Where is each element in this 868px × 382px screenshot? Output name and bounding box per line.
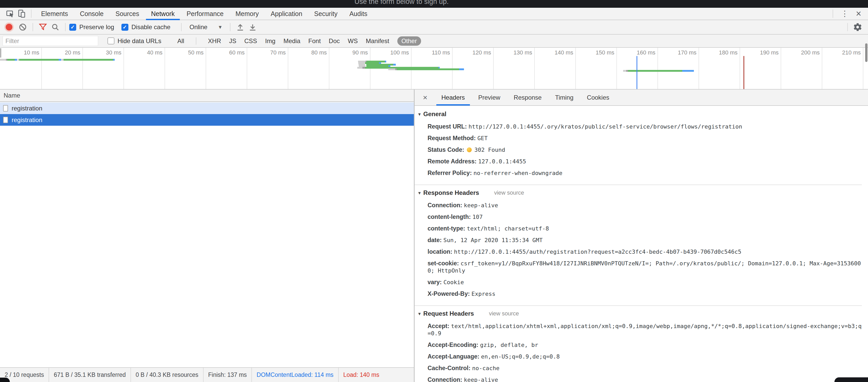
- filter-type-font[interactable]: Font: [308, 37, 321, 45]
- timeline-overview[interactable]: 10 ms20 ms30 ms40 ms50 ms60 ms70 ms80 ms…: [0, 48, 868, 90]
- header-line: Accept-Encoding: gzip, deflate, br: [414, 341, 862, 349]
- section-response-headers: ▾Response Headersview sourceConnection: …: [414, 184, 862, 303]
- tab-console[interactable]: Console: [74, 7, 110, 20]
- tick-label: 100 ms: [390, 49, 409, 56]
- filter-type-media[interactable]: Media: [283, 37, 300, 45]
- gridline: [699, 48, 699, 89]
- filter-type-manifest[interactable]: Manifest: [366, 37, 389, 45]
- filter-type-js[interactable]: JS: [229, 37, 237, 45]
- inspect-element-icon[interactable]: [5, 8, 16, 19]
- waterfall-bar-segment: [113, 59, 115, 61]
- tab-memory[interactable]: Memory: [229, 7, 265, 20]
- filter-type-ws[interactable]: WS: [348, 37, 358, 45]
- request-name: registration: [11, 105, 42, 112]
- tick-label: 10 ms: [24, 49, 39, 56]
- section-general: ▾GeneralRequest URL: http://127.0.0.1:44…: [414, 110, 862, 182]
- close-devtools-icon[interactable]: ×: [853, 10, 864, 18]
- devtools-window-controls: ⋮ ×: [829, 9, 868, 18]
- section-title: Response Headers: [424, 189, 479, 197]
- tab-performance[interactable]: Performance: [181, 7, 229, 20]
- filter-icon[interactable]: [38, 22, 48, 32]
- view-source-link[interactable]: view source: [489, 310, 519, 317]
- detail-tab-timing[interactable]: Timing: [549, 89, 580, 106]
- close-details-icon[interactable]: ×: [419, 93, 431, 102]
- preserve-log-checkbox[interactable]: ✓: [69, 24, 76, 31]
- filter-type-css[interactable]: CSS: [244, 37, 257, 45]
- header-line: Status Code: 302 Found: [414, 146, 862, 153]
- header-line: Accept: text/html,application/xhtml+xml,…: [414, 322, 862, 337]
- header-value: Express: [471, 291, 495, 297]
- throttling-select[interactable]: Online: [189, 24, 207, 31]
- name-column-header[interactable]: Name: [0, 90, 414, 102]
- tick-label: 60 ms: [229, 49, 245, 56]
- tab-application[interactable]: Application: [265, 7, 308, 20]
- header-name: date:: [428, 237, 443, 243]
- section-caret-icon[interactable]: ▾: [418, 111, 421, 117]
- detail-tab-preview[interactable]: Preview: [471, 89, 507, 106]
- headers-panel[interactable]: ▾GeneralRequest URL: http://127.0.0.1:44…: [414, 106, 868, 382]
- import-har-icon[interactable]: [235, 22, 245, 32]
- waterfall-bar-segment: [393, 64, 396, 66]
- header-value: no-referrer-when-downgrade: [473, 170, 562, 176]
- view-source-link[interactable]: view source: [494, 189, 524, 196]
- record-network-log-button[interactable]: [6, 24, 12, 30]
- toolbar-right: [844, 22, 868, 32]
- filter-type-doc[interactable]: Doc: [329, 37, 340, 45]
- tab-elements[interactable]: Elements: [35, 7, 74, 20]
- section-header[interactable]: ▾Request Headersview source: [418, 310, 862, 317]
- search-icon[interactable]: [50, 22, 60, 32]
- disable-cache-checkbox[interactable]: ✓: [121, 24, 128, 31]
- document-icon: [3, 105, 8, 111]
- section-caret-icon[interactable]: ▾: [418, 190, 421, 196]
- tab-security[interactable]: Security: [308, 7, 343, 20]
- details-tabbar: × HeadersPreviewResponseTimingCookies: [414, 90, 868, 106]
- filter-type-xhr[interactable]: XHR: [208, 37, 221, 45]
- gridline: [83, 48, 83, 89]
- scrollbar-thumb[interactable]: [865, 43, 867, 62]
- waterfall-bar-segment: [397, 68, 459, 70]
- network-status-bar: 2 / 10 requests671 B / 35.1 KB transferr…: [0, 367, 414, 382]
- tick-label: 170 ms: [678, 49, 696, 56]
- header-name: vary:: [428, 279, 443, 285]
- header-name: Connection:: [428, 202, 464, 209]
- header-value: 127.0.0.1:4455: [478, 158, 526, 165]
- status-dot-icon: [467, 147, 472, 152]
- section-header[interactable]: ▾General: [418, 110, 862, 118]
- device-toolbar-icon[interactable]: [16, 8, 27, 19]
- header-value: http://127.0.0.1:4455/.ory/kratos/public…: [468, 124, 742, 130]
- export-har-icon[interactable]: [247, 22, 258, 32]
- filter-type-img[interactable]: Img: [265, 37, 275, 45]
- header-line: X-Powered-By: Express: [414, 290, 862, 298]
- detail-tab-cookies[interactable]: Cookies: [580, 89, 616, 106]
- waterfall-bar-segment: [15, 59, 17, 61]
- section-header[interactable]: ▾Response Headersview source: [418, 189, 862, 197]
- tab-sources[interactable]: Sources: [110, 7, 145, 20]
- clear-network-log-icon[interactable]: [18, 22, 28, 32]
- chevron-down-icon[interactable]: ▾: [219, 24, 222, 30]
- filter-type-other[interactable]: Other: [397, 36, 421, 46]
- waterfall-bar-segment: [626, 70, 628, 72]
- tick-label: 40 ms: [147, 49, 162, 56]
- filter-input[interactable]: [3, 36, 98, 46]
- network-filter-bar: Hide data URLs AllXHRJSCSSImgMediaFontDo…: [0, 35, 868, 48]
- request-row[interactable]: registration: [0, 114, 414, 126]
- preserve-log-label[interactable]: Preserve log: [79, 24, 114, 31]
- tab-audits[interactable]: Audits: [343, 7, 373, 20]
- section-caret-icon[interactable]: ▾: [418, 311, 421, 317]
- detail-tab-response[interactable]: Response: [507, 89, 549, 106]
- detail-tab-headers[interactable]: Headers: [435, 89, 472, 106]
- kebab-menu-icon[interactable]: ⋮: [837, 10, 853, 18]
- hide-data-urls-label[interactable]: Hide data URLs: [118, 37, 161, 45]
- header-value: en,en-US;q=0.9,de;q=0.8: [481, 353, 560, 360]
- header-line: Request Method: GET: [414, 135, 862, 142]
- request-row[interactable]: registration: [0, 102, 414, 114]
- gear-icon[interactable]: [852, 22, 863, 32]
- header-line: set-cookie: csrf_token=y1//BqpRxuFY8Hw41…: [414, 259, 862, 274]
- filter-type-all[interactable]: All: [177, 37, 184, 45]
- disable-cache-label[interactable]: Disable cache: [131, 24, 170, 31]
- header-line: content-length: 107: [414, 213, 862, 221]
- tab-network[interactable]: Network: [145, 7, 181, 20]
- hide-data-urls-checkbox[interactable]: [107, 37, 115, 44]
- header-name: Status Code:: [428, 146, 466, 153]
- gridline: [740, 48, 740, 89]
